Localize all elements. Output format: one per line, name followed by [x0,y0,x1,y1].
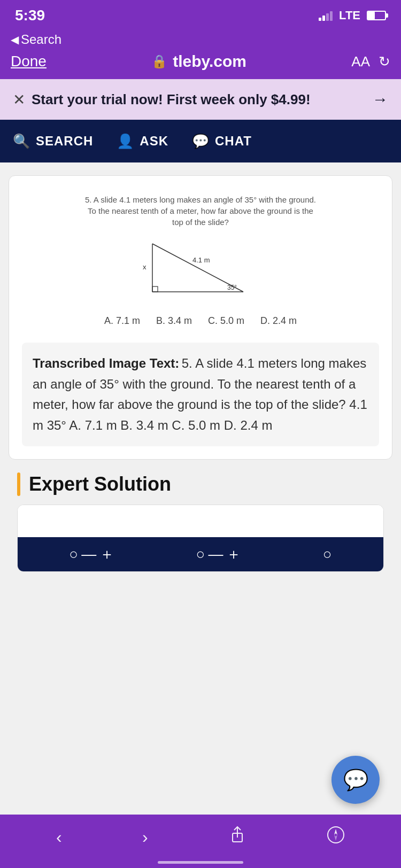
text-size-button[interactable]: AA [351,53,370,70]
back-button[interactable]: ◀ Search [11,32,390,47]
battery-icon [367,11,386,20]
ask-icon: 👤 [117,133,134,150]
toolbar-btn-2[interactable]: ○ — ＋ [196,544,242,564]
back-arrow-icon: ◀ [11,33,19,46]
expert-section: Expert Solution ○ — ＋ ○ — ＋ ○ [9,472,392,572]
address-bar: Done 🔒 tleby.com AA ↻ [11,52,390,71]
reload-button[interactable]: ↻ [379,53,390,70]
svg-rect-3 [152,286,158,292]
transcribed-box: Transcribed Image Text: 5. A slide 4.1 m… [22,343,379,446]
svg-text:x: x [143,263,146,271]
browser-bar: ◀ Search Done 🔒 tleby.com AA ↻ [0,29,401,79]
toolbar-btn-1[interactable]: ○ — ＋ [69,544,114,564]
solution-toolbar: ○ — ＋ ○ — ＋ ○ [18,537,383,571]
done-button[interactable]: Done [11,53,47,70]
main-content: 5. A slide 4.1 meters long makes an angl… [0,162,401,598]
toolbar-icon-1: ○ [69,546,78,563]
choice-d: D. 2.4 m [260,315,297,327]
browser-actions: AA ↻ [351,53,390,70]
url-text: tleby.com [173,52,246,71]
browser-bottom-bar: ‹ › [0,815,401,868]
browser-back-btn[interactable]: ‹ [56,827,62,847]
promo-text: Start your trial now! First week only $4… [32,90,366,109]
choice-a: A. 7.1 m [104,315,140,327]
triangle-diagram: x 4.1 m 35° [27,233,374,308]
url-area[interactable]: 🔒 tleby.com [47,52,351,71]
toolbar-minus-2: — [208,546,223,563]
browser-compass-btn[interactable] [327,826,345,848]
nav-ask[interactable]: 👤 ASK [117,133,168,150]
svg-marker-10 [334,829,337,835]
transcribed-label: Transcribed Image Text: [33,356,179,370]
status-icons: LTE [319,9,386,22]
toolbar-minus-1: — [81,546,96,563]
svg-marker-11 [334,835,337,841]
svg-text:4.1 m: 4.1 m [192,256,210,264]
nav-search[interactable]: 🔍 SEARCH [13,133,93,150]
signal-icon [319,10,333,21]
solution-card: ○ — ＋ ○ — ＋ ○ [17,505,384,572]
toolbar-plus-2: ＋ [226,544,241,564]
nav-ask-label: ASK [140,134,168,149]
question-card: 5. A slide 4.1 meters long makes an angl… [9,175,392,460]
expert-title-row: Expert Solution [17,472,384,496]
lock-icon: 🔒 [151,54,167,69]
home-indicator [158,861,243,864]
status-bar: 5:39 LTE [0,0,401,29]
floating-chat-icon: 💬 [343,768,368,792]
promo-arrow-button[interactable]: → [372,90,388,108]
answer-choices: A. 7.1 m B. 3.4 m C. 5.0 m D. 2.4 m [27,315,374,327]
question-small-text: 5. A slide 4.1 meters long makes an angl… [83,194,318,228]
svg-text:35°: 35° [227,284,237,291]
promo-banner: ✕ Start your trial now! First week only … [0,79,401,120]
back-label: Search [21,32,61,47]
nav-bar: 🔍 SEARCH 👤 ASK 💬 CHAT [0,120,401,162]
chat-icon: 💬 [192,133,210,150]
browser-forward-btn[interactable]: › [142,827,148,847]
toolbar-btn-3[interactable]: ○ [323,546,332,563]
nav-chat-label: CHAT [215,134,252,149]
choice-b: B. 3.4 m [156,315,192,327]
browser-share-btn[interactable] [228,826,246,848]
toolbar-icon-3: ○ [323,546,332,563]
search-icon: 🔍 [13,133,30,150]
question-image: 5. A slide 4.1 meters long makes an angl… [22,189,379,332]
nav-search-label: SEARCH [36,134,93,149]
lte-label: LTE [339,9,360,22]
choice-c: C. 5.0 m [208,315,244,327]
nav-chat[interactable]: 💬 CHAT [192,133,252,150]
promo-close-button[interactable]: ✕ [13,91,25,108]
toolbar-icon-2: ○ [196,546,205,563]
floating-chat-button[interactable]: 💬 [331,756,380,804]
expert-bar-accent [17,472,20,496]
toolbar-plus-1: ＋ [99,544,114,564]
expert-title: Expert Solution [29,473,171,495]
status-time: 5:39 [15,7,45,24]
